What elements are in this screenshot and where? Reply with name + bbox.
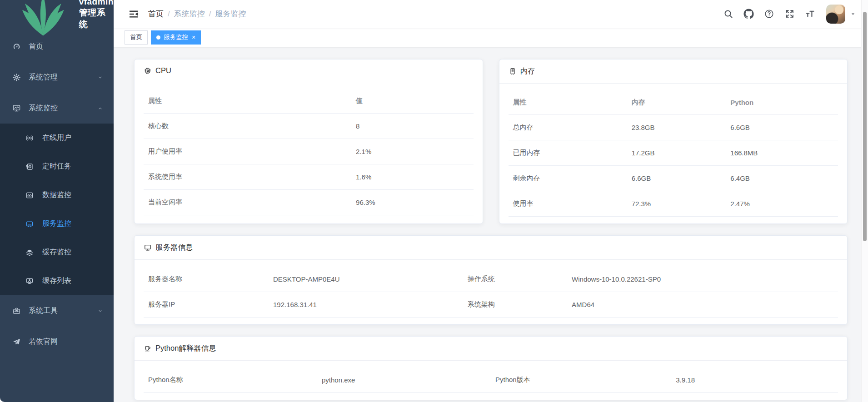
sidebar-item-scheduled-tasks[interactable]: 定时任务 — [0, 152, 114, 181]
table-cell: 核心数 — [144, 114, 351, 139]
sidebar-item-label: 服务监控 — [42, 219, 71, 228]
table-cell: 已用内存 — [509, 140, 627, 166]
table-row: 服务器名称DESKTOP-AMP0E4U操作系统Windows-10-10.0.… — [144, 267, 838, 292]
tag-close-icon[interactable]: × — [192, 34, 195, 40]
sidebar-menu: 首页系统管理系统监控在线用户定时任务数据监控服务监控缓存监控缓存列表系统工具若依… — [0, 27, 114, 357]
python-cup-icon — [144, 344, 152, 352]
app-logo[interactable]: vfadmin管理系统 — [0, 0, 114, 27]
sidebar-item-cache-list[interactable]: 缓存列表 — [0, 267, 114, 295]
python-info-card-body: Python名称python.exePython版本3.9.18 — [135, 361, 847, 400]
memory-card: 内存 属性内存Python总内存23.8GB6.6GB已用内存17.2GB166… — [499, 59, 848, 224]
page-scrollbar-track — [861, 0, 868, 402]
table-row: Python名称python.exePython版本3.9.18 — [144, 367, 838, 393]
sidebar-item-label: 系统监控 — [29, 104, 58, 113]
sidebar-item-system-tools[interactable]: 系统工具 — [0, 295, 114, 326]
breadcrumb-item: 系统监控 — [174, 9, 205, 19]
table-cell: DESKTOP-AMP0E4U — [269, 267, 463, 292]
cpu-chip-icon — [144, 67, 152, 75]
table-cell: 总内存 — [509, 115, 627, 140]
memory-table: 属性内存Python总内存23.8GB6.6GB已用内存17.2GB166.8M… — [509, 90, 838, 217]
sidebar-item-label: 首页 — [29, 42, 43, 51]
user-menu[interactable] — [826, 5, 856, 24]
sidebar-item-ruoyi-site[interactable]: 若依官网 — [0, 326, 114, 357]
breadcrumb-separator: / — [209, 10, 211, 19]
table-cell: 当前空闲率 — [144, 190, 351, 215]
table-row: 核心数8 — [144, 114, 474, 139]
page-scrollbar-thumb[interactable] — [863, 12, 867, 241]
cpu-card: CPU 属性值核心数8用户使用率2.1%系统使用率1.6%当前空闲率96.3% — [134, 59, 483, 224]
sidebar-item-label: 系统工具 — [29, 306, 58, 316]
server-info-table: 服务器名称DESKTOP-AMP0E4U操作系统Windows-10-10.0.… — [144, 267, 838, 318]
sidebar-item-label: 缓存监控 — [42, 248, 71, 257]
table-cell: 2.47% — [726, 191, 838, 217]
tag-label: 服务监控 — [164, 33, 188, 41]
sidebar-item-system-monitor[interactable]: 系统监控 — [0, 93, 114, 124]
sidebar-item-label: 数据监控 — [42, 190, 71, 200]
column-header: 属性 — [509, 90, 627, 115]
search-icon[interactable] — [723, 9, 733, 19]
table-cell: 系统使用率 — [144, 164, 351, 190]
avatar[interactable] — [826, 5, 845, 24]
top-navbar: 首页/系统监控/服务监控 — [114, 0, 868, 28]
table-cell: 6.6GB — [726, 115, 838, 140]
github-icon[interactable] — [743, 9, 754, 19]
sidebar-item-label: 在线用户 — [42, 133, 71, 143]
page-content: CPU 属性值核心数8用户使用率2.1%系统使用率1.6%当前空闲率96.3% … — [114, 47, 868, 402]
app-window: vfadmin管理系统 首页系统管理系统监控在线用户定时任务数据监控服务监控缓存… — [0, 0, 868, 402]
sidebar-item-data-monitor[interactable]: 数据监控 — [0, 181, 114, 209]
navbar-actions — [713, 5, 868, 24]
table-row: 服务器IP192.168.31.41系统架构AMD64 — [144, 292, 838, 318]
memory-icon — [509, 67, 517, 75]
column-header: Python — [726, 90, 838, 115]
cpu-table: 属性值核心数8用户使用率2.1%系统使用率1.6%当前空闲率96.3% — [144, 89, 474, 215]
app-title: vfadmin管理系统 — [79, 0, 114, 30]
cpu-card-header: CPU — [135, 60, 483, 82]
python-info-card: Python解释器信息 Python名称python.exePython版本3.… — [134, 336, 848, 400]
table-cell: 23.8GB — [627, 115, 726, 140]
server-info-icon — [144, 243, 152, 252]
column-header: 值 — [351, 89, 473, 114]
memory-card-body: 属性内存Python总内存23.8GB6.6GB已用内存17.2GB166.8M… — [499, 84, 848, 223]
fullscreen-icon[interactable] — [784, 9, 795, 19]
memory-card-title: 内存 — [520, 66, 535, 76]
table-cell: 6.4GB — [726, 166, 838, 191]
sidebar-toggle-icon[interactable] — [128, 9, 139, 20]
tag-label: 首页 — [130, 33, 142, 41]
table-cell: Python版本 — [491, 367, 671, 393]
font-size-icon[interactable] — [805, 9, 815, 19]
cpu-card-title: CPU — [155, 66, 171, 75]
table-row: 剩余内存6.6GB6.4GB — [509, 166, 838, 191]
table-cell: 96.3% — [351, 190, 473, 215]
tag-home[interactable]: 首页 — [125, 30, 148, 45]
sidebar-item-label: 缓存列表 — [42, 276, 71, 286]
caret-down-icon — [850, 11, 856, 17]
table-cell: python.exe — [317, 367, 491, 393]
chevron-down-icon — [97, 74, 104, 81]
sidebar-item-server-monitor[interactable]: 服务监控 — [0, 209, 114, 238]
server-info-card-header: 服务器信息 — [135, 236, 847, 260]
monitor-chart-icon — [12, 104, 21, 113]
help-icon[interactable] — [764, 9, 774, 19]
table-cell: 操作系统 — [463, 267, 567, 292]
table-cell: 17.2GB — [627, 140, 726, 166]
sidebar-item-online-users[interactable]: 在线用户 — [0, 124, 114, 152]
sidebar-item-label: 若依官网 — [29, 337, 58, 347]
table-cell: 2.1% — [351, 139, 473, 164]
table-cell: 服务器名称 — [144, 267, 269, 292]
gear-icon — [12, 73, 21, 82]
tag-server-monitor[interactable]: 服务监控× — [151, 30, 201, 45]
sidebar-item-cache-monitor[interactable]: 缓存监控 — [0, 238, 114, 267]
table-cell: 使用率 — [509, 191, 627, 217]
table-cell: 166.8MB — [726, 140, 838, 166]
breadcrumb-item[interactable]: 首页 — [148, 9, 164, 19]
chevron-down-icon — [97, 308, 104, 314]
table-cell: 72.3% — [627, 191, 726, 217]
table-row: 总内存23.8GB6.6GB — [509, 115, 838, 140]
sidebar-item-system-manage[interactable]: 系统管理 — [0, 62, 114, 93]
server-info-card-title: 服务器信息 — [155, 243, 193, 253]
table-cell: 剩余内存 — [509, 166, 627, 191]
schedule-icon — [25, 163, 34, 171]
toolbox-icon — [12, 307, 21, 315]
sidebar-item-home[interactable]: 首页 — [0, 31, 114, 62]
table-cell: 1.6% — [351, 164, 473, 190]
